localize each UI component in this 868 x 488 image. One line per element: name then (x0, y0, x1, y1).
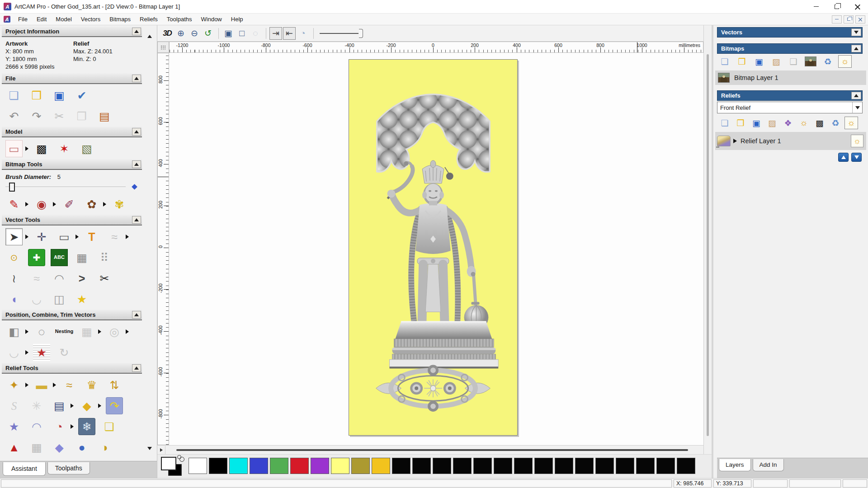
flyout-icon[interactable] (25, 235, 28, 239)
relief-set-dropdown[interactable]: Front Relief (717, 102, 863, 113)
flyout-icon[interactable] (98, 329, 101, 334)
colour-swatch[interactable] (311, 458, 329, 474)
text-on-curve-icon[interactable]: ◌ (33, 323, 50, 340)
merge-relief-layers-icon[interactable]: ❖ (781, 117, 795, 129)
vector-texture-icon[interactable]: ★ (33, 344, 50, 361)
zoom-out-icon[interactable]: ⊖ (188, 27, 201, 40)
horizontal-scrollbar[interactable] (157, 445, 712, 454)
pick-colour-icon[interactable]: ✐ (61, 196, 78, 213)
save-relief-layer-icon[interactable]: ▣ (750, 117, 763, 129)
menu-toolpaths[interactable]: Toolpaths (162, 14, 197, 24)
menu-vectors[interactable]: Vectors (76, 14, 105, 24)
preview-relief-layer-icon[interactable]: ◔ (297, 27, 309, 40)
two-colour-relief-icon[interactable]: ◑ (96, 439, 113, 456)
colour-swatch[interactable] (514, 458, 533, 474)
blank-bitmap-layer-icon[interactable]: ❑ (787, 55, 800, 68)
set-model-size-icon[interactable]: ▭ (5, 140, 23, 157)
colour-swatch[interactable] (331, 458, 349, 474)
align-vectors-icon[interactable]: ◧ (5, 323, 23, 340)
primary-secondary-colours[interactable] (161, 457, 190, 477)
colour-swatch[interactable] (636, 458, 655, 474)
bitmap-layer-preview-icon[interactable] (804, 55, 817, 68)
brush-diameter-slider[interactable] (5, 182, 137, 192)
colour-swatch[interactable] (534, 458, 553, 474)
tab-add-in[interactable]: Add In (753, 459, 784, 471)
colour-swatch[interactable] (372, 458, 390, 474)
select-vectors-icon[interactable]: ➤ (5, 228, 23, 245)
smooth-relief-icon[interactable]: ≈ (61, 376, 78, 394)
polyline-corner-icon[interactable]: > (73, 270, 90, 287)
join-vectors-icon[interactable]: ◡ (28, 291, 45, 308)
collapse-button[interactable] (132, 75, 141, 82)
zoom-fit-icon[interactable]: □ (236, 27, 248, 40)
cut-vector-icon[interactable]: ✂ (96, 270, 113, 287)
cut-icon[interactable]: ✂ (51, 108, 68, 125)
assistant-scrollbar[interactable] (145, 25, 155, 478)
create-star-icon[interactable]: ★ (73, 291, 90, 308)
new-bitmap-layer-icon[interactable]: ❏ (718, 55, 731, 68)
toggle-vector-view-icon[interactable]: ⇤ (283, 27, 296, 40)
create-text-block-icon[interactable]: ABC (51, 249, 68, 266)
move-layer-up-button[interactable] (838, 153, 849, 162)
delete-relief-layer-icon[interactable]: ♻ (829, 117, 842, 129)
colour-swatch[interactable] (555, 458, 573, 474)
flyout-icon[interactable] (25, 383, 28, 387)
slider-handle[interactable] (359, 29, 363, 38)
colour-swatch[interactable] (494, 458, 512, 474)
menu-reliefs[interactable]: Reliefs (135, 14, 162, 24)
menu-window[interactable]: Window (197, 14, 226, 24)
colour-swatch[interactable] (453, 458, 472, 474)
delete-bitmap-layer-icon[interactable]: ♻ (821, 55, 835, 68)
vector-doctor-icon[interactable]: ≈ (106, 228, 123, 245)
colour-swatch[interactable] (433, 458, 451, 474)
offset-relief-icon[interactable]: ↷ (106, 397, 123, 414)
fillet-tool-icon[interactable]: ◖ (5, 291, 23, 308)
bitmap-layer-name[interactable]: Bitmap Layer 1 (734, 74, 778, 81)
tab-assistant[interactable]: Assistant (3, 462, 46, 476)
expand-layer-icon[interactable] (733, 139, 737, 143)
flyout-icon[interactable] (103, 202, 106, 206)
zoom-in-icon[interactable]: ⊕ (175, 27, 187, 40)
mirror-vectors-icon[interactable]: ◫ (51, 291, 68, 308)
measure-icon[interactable]: ⊙ (5, 249, 23, 266)
colour-swatch[interactable] (412, 458, 431, 474)
greyscale-preview-icon[interactable]: ▩ (813, 117, 826, 129)
weld-vectors-icon[interactable]: ◎ (106, 323, 123, 340)
zoom-objects-icon[interactable]: ◌ (249, 27, 262, 40)
relief-combine-wizard-icon[interactable]: ◆ (78, 397, 95, 414)
transform-vectors-icon[interactable]: ✛ (33, 228, 50, 245)
artwork-preview[interactable] (349, 59, 518, 436)
ruler-origin-button[interactable] (157, 42, 169, 53)
flyout-icon[interactable] (75, 235, 79, 239)
colour-swatch[interactable] (392, 458, 410, 474)
weave-wizard-icon[interactable]: ✳ (28, 397, 45, 414)
basket-weave-icon[interactable]: ▦ (28, 439, 45, 456)
invert-model-icon[interactable]: ▩ (33, 140, 50, 157)
two-rail-sweep-icon[interactable]: ◠ (28, 418, 45, 435)
collapse-button[interactable] (132, 128, 141, 136)
bitmap-layer-row[interactable]: Bitmap Layer 1 (715, 70, 866, 85)
view-3d-button[interactable]: 3D (161, 27, 174, 40)
tab-layers[interactable]: Layers (719, 459, 751, 471)
collapse-button[interactable] (132, 216, 141, 224)
create-rectangle-icon[interactable]: ▭ (56, 228, 73, 245)
flyout-icon[interactable] (98, 404, 101, 408)
child-close-button[interactable] (855, 15, 865, 23)
paint-icon[interactable]: ✎ (5, 196, 23, 213)
menu-help[interactable]: Help (226, 14, 248, 24)
save-bitmap-layer-icon[interactable]: ▣ (752, 55, 766, 68)
erase-relief-layer-icon[interactable]: ▨ (765, 117, 779, 129)
colour-swatch[interactable] (229, 458, 248, 474)
envelope-distort-icon[interactable]: ▦ (73, 249, 90, 266)
zoom-box-icon[interactable]: ▣ (222, 27, 235, 40)
paste-along-curve-icon[interactable]: ⠿ (96, 249, 113, 266)
scroll-up-button[interactable] (145, 32, 154, 41)
flyout-icon[interactable] (126, 329, 129, 334)
sculpt-icon[interactable]: S (5, 397, 23, 414)
flyout-icon[interactable] (71, 404, 74, 408)
collapse-button[interactable] (132, 28, 141, 35)
colour-link-icon[interactable] (177, 455, 181, 459)
toggle-bitmap-view-icon[interactable]: ⇥ (269, 27, 282, 40)
close-button[interactable] (847, 0, 868, 14)
scrollbar-thumb[interactable] (176, 449, 688, 451)
